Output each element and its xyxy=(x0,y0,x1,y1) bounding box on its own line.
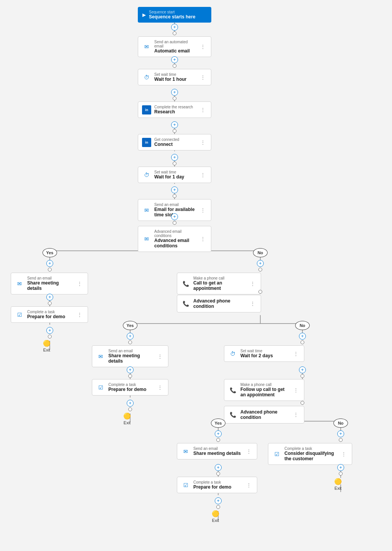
adv-phone-cond1-content: Advanced phone condition xyxy=(193,298,245,309)
adv-email-content: Advanced email conditions Advanced email… xyxy=(154,229,196,249)
email-icon-2: ✉ xyxy=(142,206,151,215)
wait-2d-node: ⏱ Set wait time Wait for 2 days ⋮ xyxy=(224,345,304,362)
adv-phone-cond2-menu[interactable]: ⋮ xyxy=(292,411,300,419)
share-meeting-left-content: Send an email Share meeting details xyxy=(27,276,72,291)
prepare-demo-mid-menu[interactable]: ⋮ xyxy=(156,384,164,391)
prepare-demo-bottom-node: ☑ Complete a task Prepare for demo ⋮ xyxy=(177,477,257,493)
exit-bottom-right-node: 🟡 Exit xyxy=(334,478,342,491)
prepare-demo-mid-label: Complete a task xyxy=(108,383,153,387)
circle-no-right xyxy=(258,268,262,271)
add-button-7[interactable]: + xyxy=(171,213,178,220)
wait-1h-content: Set wait time Wait for 1 hour xyxy=(154,72,196,82)
disqualify-menu[interactable]: ⋮ xyxy=(340,450,348,458)
add-button-5[interactable]: + xyxy=(171,154,178,161)
prepare-demo-mid-content: Complete a task Prepare for demo xyxy=(108,383,153,392)
adv-email-cond-node: ✉ Advanced email conditions Advanced ema… xyxy=(138,226,211,252)
wait-2d-menu[interactable]: ⋮ xyxy=(292,350,300,358)
prepare-demo-bottom-content: Complete a task Prepare for demo xyxy=(193,480,242,490)
connect-label: Get connected xyxy=(154,137,196,142)
prepare-demo-bottom-menu[interactable]: ⋮ xyxy=(245,481,253,489)
call-appt-label: Make a phone call xyxy=(193,276,245,280)
circle-call-appt xyxy=(258,290,262,294)
add-button-exit-mid[interactable]: + xyxy=(127,400,134,407)
research-menu[interactable]: ⋮ xyxy=(199,106,207,114)
no-oval-bottom: No xyxy=(333,419,348,428)
adv-email-label: Advanced email conditions xyxy=(154,229,196,238)
call-appt-menu[interactable]: ⋮ xyxy=(248,280,257,288)
circle-5 xyxy=(173,162,176,165)
wait-1h-menu[interactable]: ⋮ xyxy=(199,74,207,81)
add-button-1[interactable]: + xyxy=(171,24,178,31)
add-button-no-mid[interactable]: + xyxy=(299,333,306,340)
wait-1d-node: ⏱ Set wait time Wait for 1 day ⋮ xyxy=(138,167,211,183)
circle-no-bottom-2 xyxy=(339,472,343,476)
wait-1d-title: Wait for 1 day xyxy=(154,174,196,180)
add-button-2[interactable]: + xyxy=(171,56,178,63)
circle-no-mid xyxy=(301,340,304,344)
start-title: Sequence starts here xyxy=(149,14,195,20)
exit-mid-node: 🟡 Exit xyxy=(123,412,131,425)
share-meeting-bottom-menu[interactable]: ⋮ xyxy=(245,448,253,455)
share-meeting-mid-menu[interactable]: ⋮ xyxy=(156,353,164,360)
disqualify-title: Consider disqualifying the customer xyxy=(284,451,336,461)
auto-email-menu[interactable]: ⋮ xyxy=(199,43,207,51)
add-button-3[interactable]: + xyxy=(171,89,178,96)
research-title: Research xyxy=(154,109,196,114)
wait-1h-node: ⏱ Set wait time Wait for 1 hour ⋮ xyxy=(138,69,211,85)
circle-exit-bottom-left xyxy=(216,505,220,509)
circle-exit-left xyxy=(48,335,52,338)
followup-call-content: Make a phone call Follow up call to get … xyxy=(240,383,289,397)
add-button-yes-mid[interactable]: + xyxy=(127,333,134,340)
disqualify-node: ☑ Complete a task Consider disqualifying… xyxy=(268,443,352,465)
add-button-no-bottom[interactable]: + xyxy=(337,430,344,437)
add-button-no-bottom-2[interactable]: + xyxy=(337,464,344,471)
share-meeting-left-label: Send an email xyxy=(27,276,72,280)
prepare-demo-left-menu[interactable]: ⋮ xyxy=(75,311,84,319)
task-icon-2: ☑ xyxy=(96,383,105,392)
wait-1d-menu[interactable]: ⋮ xyxy=(199,171,207,179)
followup-call-menu[interactable]: ⋮ xyxy=(292,386,300,394)
wait-icon-3: ⏱ xyxy=(228,349,237,358)
circle-yes-left xyxy=(48,268,52,271)
research-content: Complete the research Research xyxy=(154,105,196,114)
share-meeting-left-node: ✉ Send an email Share meeting details ⋮ xyxy=(11,273,88,294)
add-button-yes-mid-2[interactable]: + xyxy=(127,366,134,373)
prepare-demo-bottom-title: Prepare for demo xyxy=(193,484,242,490)
adv-email-menu[interactable]: ⋮ xyxy=(199,235,207,243)
add-button-no-right[interactable]: + xyxy=(257,260,264,267)
circle-no-bottom xyxy=(339,438,343,442)
add-button-no-mid-2[interactable]: + xyxy=(299,366,306,373)
wait-2d-label: Set wait time xyxy=(240,349,289,353)
followup-call-label: Make a phone call xyxy=(240,383,289,387)
adv-phone-cond1-node: 📞 Advanced phone condition ⋮ xyxy=(177,295,261,312)
adv-phone-cond1-title: Advanced phone condition xyxy=(193,298,245,309)
add-button-yes-left-2[interactable]: + xyxy=(46,294,53,301)
share-meeting-bottom-content: Send an email Share meeting details xyxy=(193,446,242,456)
research-label: Complete the research xyxy=(154,105,196,109)
auto-email-title: Automatic email xyxy=(154,48,196,54)
add-button-6[interactable]: + xyxy=(171,186,178,193)
email-timeslots-menu[interactable]: ⋮ xyxy=(199,206,207,214)
wait-icon-1: ⏱ xyxy=(142,73,151,82)
prepare-demo-left-content: Complete a task Prepare for demo xyxy=(27,310,72,319)
adv-phone-cond1-menu[interactable]: ⋮ xyxy=(248,300,257,307)
add-button-yes-bottom-2[interactable]: + xyxy=(215,464,222,471)
wait-1h-label: Set wait time xyxy=(154,72,196,77)
share-meeting-bottom-title: Share meeting details xyxy=(193,451,242,456)
wait-1d-content: Set wait time Wait for 1 day xyxy=(154,170,196,180)
add-button-yes-left[interactable]: + xyxy=(46,260,53,267)
circle-exit-mid xyxy=(128,407,132,411)
connect-content: Get connected Connect xyxy=(154,137,196,147)
add-button-yes-bottom[interactable]: + xyxy=(215,430,222,437)
share-meeting-left-menu[interactable]: ⋮ xyxy=(75,280,84,288)
share-meeting-bottom-node: ✉ Send an email Share meeting details ⋮ xyxy=(177,443,257,459)
share-meeting-mid-title: Share meeting details xyxy=(108,353,153,364)
connect-menu[interactable]: ⋮ xyxy=(199,139,207,146)
adv-phone-cond2-content: Advanced phone condition xyxy=(240,409,289,420)
add-button-exit-left[interactable]: + xyxy=(46,327,53,334)
yes-oval-bottom: Yes xyxy=(211,419,225,428)
no-oval-right: No xyxy=(253,248,268,257)
add-button-4[interactable]: + xyxy=(171,121,178,128)
add-button-exit-bottom-left[interactable]: + xyxy=(215,497,222,504)
circle-2 xyxy=(173,64,176,68)
